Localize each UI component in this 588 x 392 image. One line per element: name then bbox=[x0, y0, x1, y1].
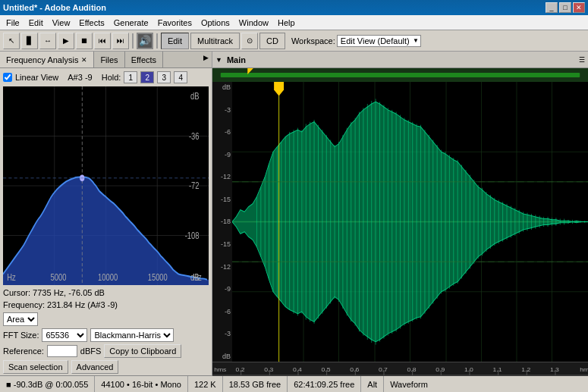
spectrum-svg: -36 -72 -108 dB dB Hz 5000 10000 15000 H… bbox=[3, 86, 209, 285]
scan-row: Scan selection Advanced bbox=[3, 360, 209, 374]
title-bar: Untitled* - Adobe Audition _ □ ✕ bbox=[0, 0, 588, 15]
status-bar: ■ -90.3dB @ 0:00.055 44100 • 16-bit • Mo… bbox=[0, 375, 588, 392]
dbfs-label: dBFS bbox=[80, 347, 102, 356]
close-button[interactable]: ✕ bbox=[573, 2, 585, 13]
format-text: 44100 • 16-bit • Mono bbox=[101, 380, 181, 389]
hold-btn-1[interactable]: 1 bbox=[124, 71, 137, 83]
rp-settings-icon[interactable]: ☰ bbox=[579, 56, 585, 64]
status-alt: Alt bbox=[361, 376, 384, 392]
rewind-button[interactable]: ⏮ bbox=[94, 33, 111, 49]
rp-header: ▼ Main ☰ bbox=[212, 52, 588, 68]
tab-files[interactable]: Files bbox=[94, 52, 124, 67]
multitrack-mode-label: Multitrack bbox=[197, 36, 233, 45]
tab-frequency-analysis[interactable]: Frequency Analysis ✕ bbox=[0, 52, 94, 67]
svg-text:0.5: 0.5 bbox=[322, 365, 331, 373]
workspace-selector[interactable]: Edit View (Default) bbox=[337, 35, 421, 47]
menu-generate[interactable]: Generate bbox=[109, 17, 153, 29]
copy-to-clipboard-button[interactable]: Copy to Clipboard bbox=[104, 344, 181, 358]
menu-view[interactable]: View bbox=[48, 17, 75, 29]
window-controls: _ □ ✕ bbox=[546, 2, 585, 13]
cd-mode-label: CD bbox=[266, 36, 278, 45]
mini-overview[interactable] bbox=[212, 68, 588, 82]
svg-text:Hz: Hz bbox=[7, 272, 16, 283]
svg-rect-22 bbox=[221, 73, 580, 77]
menu-file[interactable]: File bbox=[2, 17, 24, 29]
zoom-in-button[interactable]: 🔊 bbox=[137, 33, 153, 49]
menu-edit[interactable]: Edit bbox=[24, 17, 48, 29]
rate-text: 122 K bbox=[194, 380, 216, 389]
svg-text:hms: hms bbox=[214, 365, 226, 373]
spectrum-display: -36 -72 -108 dB dB Hz 5000 10000 15000 H… bbox=[3, 86, 209, 285]
mini-overview-svg bbox=[212, 68, 588, 82]
area-row: Area bbox=[3, 312, 209, 326]
right-panel: ▼ Main ☰ dB -3 -6 -9 -12 bbox=[212, 52, 588, 375]
record-button[interactable]: ⏹ bbox=[76, 33, 93, 49]
menu-options[interactable]: Options bbox=[197, 17, 234, 29]
menu-bar: File Edit View Effects Generate Favorite… bbox=[0, 15, 588, 30]
svg-text:1.0: 1.0 bbox=[464, 365, 473, 373]
cursor-tool-button[interactable]: ↖ bbox=[3, 33, 20, 49]
hold-btn-2[interactable]: 2 bbox=[140, 71, 154, 83]
waveform-canvas[interactable] bbox=[232, 82, 588, 362]
hold-btn-3[interactable]: 3 bbox=[157, 71, 171, 83]
title-text: Untitled* - Adobe Audition bbox=[3, 3, 106, 12]
note-label: A#3 -9 bbox=[68, 73, 92, 82]
svg-text:1.3: 1.3 bbox=[550, 365, 559, 373]
menu-window[interactable]: Window bbox=[234, 17, 273, 29]
edit-mode-label: Edit bbox=[168, 36, 182, 45]
play-button[interactable]: ▶ bbox=[58, 33, 74, 49]
scan-selection-button[interactable]: Scan selection bbox=[3, 360, 68, 374]
freq-info: Frequency: 231.84 Hz (A#3 -9) bbox=[0, 299, 212, 311]
svg-text:0.4: 0.4 bbox=[293, 365, 302, 373]
reference-input[interactable]: 0 bbox=[47, 345, 77, 357]
frequency-text: Frequency: 231.84 Hz (A#3 -9) bbox=[3, 300, 118, 309]
area-select[interactable]: Area bbox=[3, 312, 38, 326]
menu-favorites[interactable]: Favorites bbox=[153, 17, 197, 29]
status-session-free: 62:41:09.25 free bbox=[288, 376, 361, 392]
advanced-button[interactable]: Advanced bbox=[71, 360, 119, 374]
forward-button[interactable]: ⏭ bbox=[112, 33, 129, 49]
multitrack-mode-button[interactable]: Multitrack bbox=[190, 33, 240, 49]
db-scale: dB -3 -6 -9 -12 -15 -18 -15 -12 -9 -6 -3… bbox=[212, 82, 232, 362]
fft-size-select[interactable]: 65536 bbox=[42, 328, 87, 342]
tab-frequency-label: Frequency Analysis bbox=[6, 55, 78, 64]
menu-effects[interactable]: Effects bbox=[74, 17, 108, 29]
tab-close-icon[interactable]: ✕ bbox=[81, 56, 87, 64]
main-content: Frequency Analysis ✕ Files Effects ▶ Lin… bbox=[0, 52, 588, 375]
tab-files-label: Files bbox=[100, 55, 118, 64]
hold-btn-4[interactable]: 4 bbox=[174, 71, 187, 83]
workspace-select[interactable]: Edit View (Default) bbox=[337, 35, 421, 47]
selection-tool-button[interactable]: ▊ bbox=[21, 33, 38, 49]
status-stop: ■ -90.3dB @ 0:00.055 bbox=[0, 376, 95, 392]
stop-level: -90.3dB @ bbox=[14, 380, 54, 389]
reference-row: Reference: 0 dBFS Copy to Clipboard bbox=[3, 344, 209, 358]
svg-text:1.2: 1.2 bbox=[521, 365, 530, 373]
reference-label: Reference: bbox=[3, 347, 44, 356]
panel-tabs: Frequency Analysis ✕ Files Effects ▶ bbox=[0, 52, 212, 68]
window-select[interactable]: Blackmann-Harris bbox=[90, 328, 174, 342]
controls-section: Area FFT Size: 65536 Blackmann-Harris Re… bbox=[0, 311, 212, 375]
move-tool-button[interactable]: ↔ bbox=[39, 33, 56, 49]
toolbar-separator-2 bbox=[156, 33, 158, 49]
maximize-button[interactable]: □ bbox=[559, 2, 571, 13]
hold-label: Hold: bbox=[102, 73, 121, 82]
svg-text:10000: 10000 bbox=[98, 272, 118, 283]
panel-tab-arrow[interactable]: ▶ bbox=[200, 52, 212, 67]
edit-mode-button[interactable]: Edit bbox=[161, 33, 189, 49]
cd-button[interactable]: ⊙ bbox=[241, 33, 258, 49]
svg-text:dB: dB bbox=[190, 91, 199, 102]
mode-text: Waveform bbox=[390, 380, 428, 389]
waveform-section: dB -3 -6 -9 -12 -15 -18 -15 -12 -9 -6 -3… bbox=[212, 82, 588, 362]
menu-help[interactable]: Help bbox=[273, 17, 300, 29]
linear-view-checkbox[interactable] bbox=[3, 73, 12, 82]
cd-mode-button[interactable]: CD bbox=[259, 33, 285, 49]
svg-text:hms: hms bbox=[580, 365, 588, 373]
minimize-button[interactable]: _ bbox=[546, 2, 558, 13]
svg-text:0.9: 0.9 bbox=[435, 365, 445, 373]
svg-text:1.1: 1.1 bbox=[493, 365, 502, 373]
svg-text:0.7: 0.7 bbox=[379, 365, 388, 373]
db-label-top: dB bbox=[222, 83, 231, 91]
tab-effects[interactable]: Effects bbox=[125, 52, 163, 67]
rp-icon: ▼ bbox=[215, 56, 222, 64]
status-rate: 122 K bbox=[188, 376, 223, 392]
